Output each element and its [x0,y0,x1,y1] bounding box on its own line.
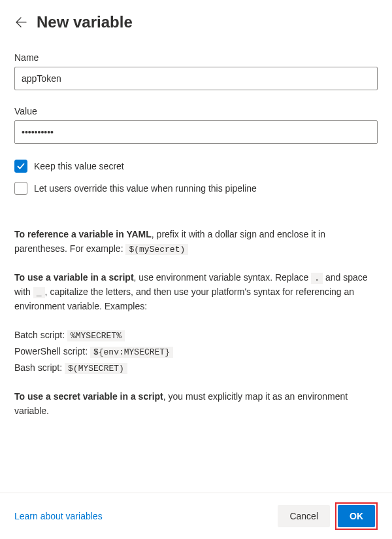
name-field-group: Name [14,52,378,90]
secret-checkbox-row: Keep this value secret [14,160,378,173]
batch-label: Batch script: [14,330,67,340]
ok-button[interactable]: OK [338,505,375,527]
secret-note-bold: To use a secret variable in a script [14,391,163,402]
name-label: Name [14,52,378,63]
value-field-group: Value [14,106,378,144]
learn-about-variables-link[interactable]: Learn about variables [14,511,103,521]
help-secret-note: To use a secret variable in a script, yo… [14,390,378,418]
powershell-label: PowerShell script: [14,346,90,356]
help-yaml-code: $(mySecret) [125,244,188,255]
panel-footer: Learn about variables Cancel OK [0,493,392,539]
bash-code: $(MYSECRET) [65,363,127,374]
secret-checkbox-label: Keep this value secret [34,161,124,171]
value-label: Value [14,106,378,116]
footer-actions: Cancel OK [278,502,378,530]
override-checkbox[interactable] [14,182,27,195]
help-yaml-bold: To reference a variable in YAML [14,229,152,239]
help-script-bold: To use a variable in a script [14,272,134,283]
help-yaml: To reference a variable in YAML, prefix … [14,228,378,256]
panel-content: New variable Name Value Keep this value … [0,0,392,493]
batch-code: %MYSECRET% [67,330,125,341]
help-script: To use a variable in a script, use envir… [14,271,378,314]
secret-checkbox[interactable] [14,160,27,173]
help-script-p3: , capitalize the letters, and then use y… [14,287,354,311]
help-script-underscore: _ [33,287,45,298]
override-checkbox-label: Let users override this value when runni… [34,183,257,194]
page-title: New variable [37,13,133,31]
ok-highlight: OK [335,502,378,530]
name-input[interactable] [14,67,378,90]
powershell-code: ${env:MYSECRET} [90,347,173,358]
example-powershell: PowerShell script: ${env:MYSECRET} [14,345,378,359]
bash-label: Bash script: [14,362,65,373]
help-examples: Batch script: %MYSECRET% PowerShell scri… [14,328,378,375]
example-bash: Bash script: $(MYSECRET) [14,361,378,375]
help-section: To reference a variable in YAML, prefix … [14,228,378,419]
panel-header: New variable [14,13,378,31]
help-script-p1: , use environment variable syntax. Repla… [134,272,312,283]
example-batch: Batch script: %MYSECRET% [14,328,378,343]
override-checkbox-row: Let users override this value when runni… [14,182,378,195]
value-input[interactable] [14,120,378,144]
back-arrow-icon[interactable] [14,16,27,29]
cancel-button[interactable]: Cancel [278,505,330,527]
help-script-dot: . [311,273,323,284]
